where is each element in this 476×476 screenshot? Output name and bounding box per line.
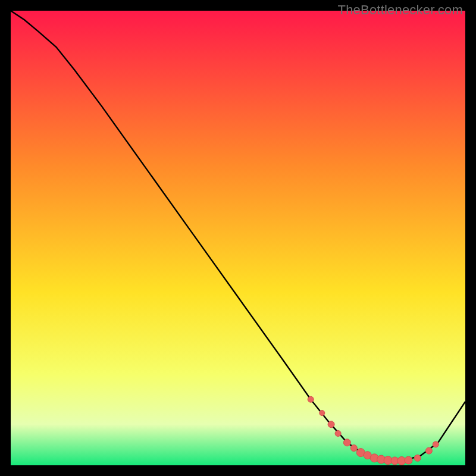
critical-zone-dot	[308, 396, 314, 402]
critical-zone-dot	[350, 445, 357, 452]
critical-zone-dot	[433, 441, 439, 447]
bottleneck-chart	[11, 11, 465, 465]
critical-zone-dot	[335, 431, 341, 437]
chart-stage: TheBottlenecker.com	[0, 0, 476, 476]
critical-zone-dot	[328, 421, 334, 428]
gradient-background	[11, 11, 465, 465]
critical-zone-dot	[320, 411, 325, 416]
critical-zone-dot	[414, 455, 421, 461]
critical-zone-dot	[405, 456, 412, 464]
critical-zone-dot	[425, 447, 432, 454]
attribution-label: TheBottlenecker.com	[338, 2, 463, 18]
critical-zone-dot	[343, 439, 350, 446]
